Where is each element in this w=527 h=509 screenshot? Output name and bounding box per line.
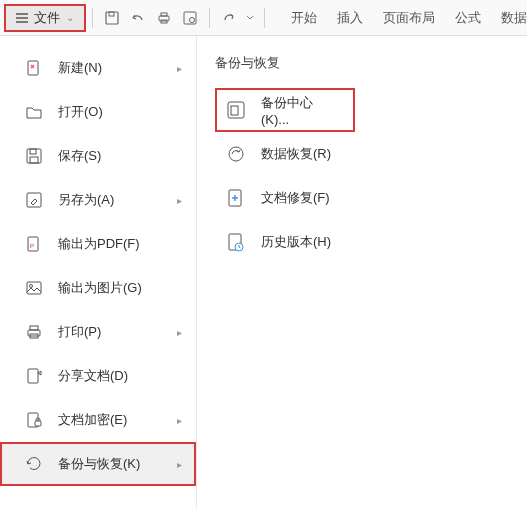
svg-rect-3 bbox=[161, 13, 167, 16]
menu-label: 文档加密(E) bbox=[58, 411, 177, 429]
menu-item-backup[interactable]: 备份与恢复(K) ▸ bbox=[0, 442, 196, 486]
sub-item-history[interactable]: 历史版本(H) bbox=[215, 220, 355, 264]
chevron-right-icon: ▸ bbox=[177, 459, 182, 470]
chevron-right-icon: ▸ bbox=[177, 195, 182, 206]
history-version-icon bbox=[225, 231, 247, 253]
folder-open-icon bbox=[24, 102, 44, 122]
save-as-icon bbox=[24, 190, 44, 210]
hamburger-icon bbox=[16, 13, 28, 23]
menu-item-saveas[interactable]: 另存为(A) ▸ bbox=[0, 178, 196, 222]
tab-insert[interactable]: 插入 bbox=[337, 9, 363, 27]
tab-data[interactable]: 数据 bbox=[501, 9, 527, 27]
menu-item-save[interactable]: 保存(S) bbox=[0, 134, 196, 178]
file-menu-left: 新建(N) ▸ 打开(O) 保存(S) 另存为(A) ▸ P 输出为PDF(F)… bbox=[0, 36, 197, 509]
svg-rect-14 bbox=[27, 282, 41, 294]
menu-label: 输出为图片(G) bbox=[58, 279, 182, 297]
tab-formula[interactable]: 公式 bbox=[455, 9, 481, 27]
sub-item-backup-center[interactable]: 备份中心(K)... bbox=[215, 88, 355, 132]
menu-item-exportimg[interactable]: 输出为图片(G) bbox=[0, 266, 196, 310]
new-file-icon bbox=[24, 58, 44, 78]
svg-point-6 bbox=[190, 17, 195, 22]
sub-item-label: 备份中心(K)... bbox=[261, 94, 341, 127]
preview-quick-icon[interactable] bbox=[180, 8, 200, 28]
chevron-down-icon: ⌄ bbox=[66, 12, 74, 23]
file-menu-label: 文件 bbox=[34, 9, 60, 27]
backup-center-icon bbox=[225, 99, 247, 121]
file-menu-button[interactable]: 文件 ⌄ bbox=[4, 4, 86, 32]
menu-item-share[interactable]: 分享文档(D) bbox=[0, 354, 196, 398]
toolbar-separator bbox=[264, 8, 265, 28]
toolbar-separator bbox=[209, 8, 210, 28]
dropdown-small-icon[interactable] bbox=[245, 8, 255, 28]
svg-text:P: P bbox=[30, 243, 34, 249]
svg-rect-19 bbox=[28, 369, 38, 383]
svg-rect-21 bbox=[35, 421, 41, 426]
backup-restore-icon bbox=[24, 454, 44, 474]
toolbar-separator bbox=[92, 8, 93, 28]
svg-rect-8 bbox=[27, 149, 41, 163]
menu-label: 打印(P) bbox=[58, 323, 177, 341]
sub-item-data-recover[interactable]: 数据恢复(R) bbox=[215, 132, 355, 176]
menu-label: 输出为PDF(F) bbox=[58, 235, 182, 253]
sub-item-label: 数据恢复(R) bbox=[261, 145, 331, 163]
doc-repair-icon bbox=[225, 187, 247, 209]
menu-label: 另存为(A) bbox=[58, 191, 177, 209]
image-export-icon bbox=[24, 278, 44, 298]
data-recover-icon bbox=[225, 143, 247, 165]
svg-rect-1 bbox=[109, 12, 114, 16]
sub-item-label: 历史版本(H) bbox=[261, 233, 331, 251]
tab-pagelayout[interactable]: 页面布局 bbox=[383, 9, 435, 27]
menu-label: 保存(S) bbox=[58, 147, 182, 165]
sub-item-label: 文档修复(F) bbox=[261, 189, 330, 207]
menu-item-encrypt[interactable]: 文档加密(E) ▸ bbox=[0, 398, 196, 442]
svg-rect-9 bbox=[30, 149, 36, 154]
print-quick-icon[interactable] bbox=[154, 8, 174, 28]
redo-curve-icon[interactable] bbox=[219, 8, 239, 28]
menu-label: 分享文档(D) bbox=[58, 367, 182, 385]
svg-rect-10 bbox=[30, 157, 38, 163]
svg-rect-22 bbox=[228, 102, 244, 118]
undo-arrow-icon[interactable] bbox=[128, 8, 148, 28]
file-menu-right: 备份与恢复 备份中心(K)... 数据恢复(R) 文档修复(F) 历史版本(H) bbox=[197, 36, 527, 509]
tab-start[interactable]: 开始 bbox=[291, 9, 317, 27]
menu-label: 新建(N) bbox=[58, 59, 177, 77]
sub-item-doc-repair[interactable]: 文档修复(F) bbox=[215, 176, 355, 220]
svg-rect-7 bbox=[28, 61, 38, 75]
ribbon-tabs: 开始 插入 页面布局 公式 数据 bbox=[291, 9, 527, 27]
svg-rect-17 bbox=[30, 326, 38, 330]
menu-label: 打开(O) bbox=[58, 103, 182, 121]
section-title: 备份与恢复 bbox=[215, 54, 527, 72]
menu-item-print[interactable]: 打印(P) ▸ bbox=[0, 310, 196, 354]
menu-item-exportpdf[interactable]: P 输出为PDF(F) bbox=[0, 222, 196, 266]
save-icon bbox=[24, 146, 44, 166]
menu-label: 备份与恢复(K) bbox=[58, 455, 177, 473]
chevron-right-icon: ▸ bbox=[177, 63, 182, 74]
svg-rect-23 bbox=[231, 106, 238, 115]
svg-rect-0 bbox=[106, 12, 118, 24]
chevron-right-icon: ▸ bbox=[177, 415, 182, 426]
top-toolbar: 文件 ⌄ 开始 插入 页面布局 公式 数据 bbox=[0, 0, 527, 36]
menu-item-new[interactable]: 新建(N) ▸ bbox=[0, 46, 196, 90]
svg-point-24 bbox=[229, 147, 243, 161]
print-icon bbox=[24, 322, 44, 342]
menu-item-open[interactable]: 打开(O) bbox=[0, 90, 196, 134]
save-quick-icon[interactable] bbox=[102, 8, 122, 28]
pdf-export-icon: P bbox=[24, 234, 44, 254]
chevron-right-icon: ▸ bbox=[177, 327, 182, 338]
share-icon bbox=[24, 366, 44, 386]
svg-point-15 bbox=[30, 285, 33, 288]
lock-icon bbox=[24, 410, 44, 430]
